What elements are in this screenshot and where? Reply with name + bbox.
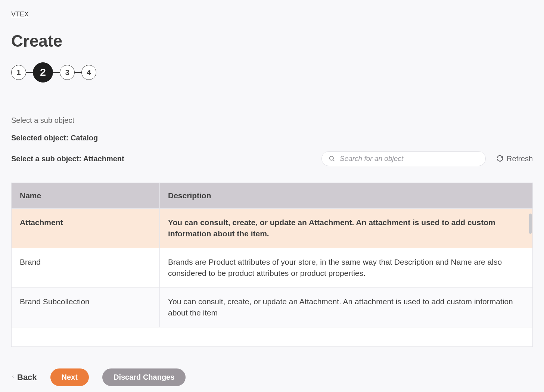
cell-description: You can consult, create, or update an At… [160,288,532,327]
select-sub-value: Attachment [83,155,124,163]
table-row[interactable]: Attachment You can consult, create, or u… [12,209,532,248]
column-header-name: Name [12,183,160,209]
svg-point-0 [330,156,334,161]
cell-name: Attachment [12,209,160,248]
step-connector [75,72,81,73]
search-input[interactable] [340,155,479,163]
chevron-left-icon [11,374,15,381]
table-row[interactable]: Brand Subcollection You can consult, cre… [12,288,532,327]
selected-object-prefix: Selected object: [11,134,71,142]
refresh-icon [496,155,504,162]
discard-changes-button[interactable]: Discard Changes [102,368,186,386]
refresh-button[interactable]: Refresh [496,155,533,163]
page-title: Create [11,32,533,50]
search-field-wrap[interactable] [321,151,486,166]
stepper: 1 2 3 4 [11,62,533,83]
step-3[interactable]: 3 [60,65,75,80]
next-button[interactable]: Next [50,368,89,386]
column-header-description: Description [160,183,532,209]
cell-description: You can consult, create, or update an At… [160,209,532,248]
step-2[interactable]: 2 [33,62,53,83]
cell-name: Brand [12,248,160,287]
back-label: Back [17,373,37,382]
table-body: Attachment You can consult, create, or u… [12,209,532,345]
back-button[interactable]: Back [11,373,37,382]
step-1[interactable]: 1 [11,65,26,80]
table-header-row: Name Description [12,183,532,209]
select-sub-object-line: Select a sub object: Attachment [11,155,124,163]
search-icon [329,155,335,162]
footer-actions: Back Next Discard Changes [11,368,533,386]
svg-line-1 [333,160,335,161]
sub-object-table: Name Description Attachment You can cons… [11,183,533,347]
selected-object-value: Catalog [71,134,98,142]
cell-description: Brands are Product attributes of your st… [160,248,532,287]
step-connector [26,72,33,73]
step-4[interactable]: 4 [81,65,96,80]
step-connector [53,72,60,73]
scrollbar-thumb[interactable] [529,214,532,234]
selected-object-line: Selected object: Catalog [11,134,533,142]
table-row[interactable]: Brand Brands are Product attributes of y… [12,248,532,288]
section-subtitle: Select a sub object [11,116,533,125]
refresh-label: Refresh [507,155,533,163]
select-sub-prefix: Select a sub object: [11,155,83,163]
breadcrumb-vtex[interactable]: VTEX [11,10,29,18]
cell-name: Brand Subcollection [12,288,160,327]
